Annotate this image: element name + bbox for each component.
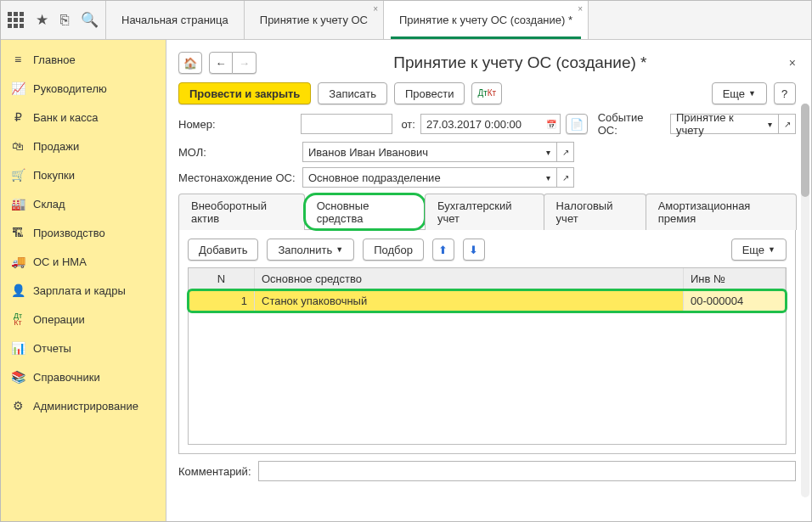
panel-toolbar: Добавить Заполнить ▼ Подбор ⬆ ⬇ Еще ▼ <box>188 239 787 261</box>
panel-more-button[interactable]: Еще ▼ <box>731 239 787 261</box>
calendar-icon[interactable]: 📅 <box>544 114 561 134</box>
sidebar-item-main[interactable]: ≡Главное <box>1 45 166 74</box>
sidebar-label: Главное <box>33 53 76 66</box>
chevron-down-icon[interactable]: ▾ <box>540 142 557 162</box>
arrow-up-icon: ⬆ <box>438 244 448 256</box>
mol-label: МОЛ: <box>178 146 297 159</box>
warehouse-icon: 🏭 <box>11 197 25 210</box>
sidebar-label: Руководителю <box>33 82 107 95</box>
help-button[interactable]: ? <box>774 82 796 104</box>
favorite-icon[interactable]: ★ <box>36 11 48 29</box>
sidebar-item-operations[interactable]: ДтКтОперации <box>1 305 166 334</box>
move-up-button[interactable]: ⬆ <box>432 239 454 261</box>
truck-icon: 🚚 <box>11 255 25 268</box>
more-button[interactable]: Еще ▼ <box>712 82 767 104</box>
cart-icon: 🛒 <box>11 168 25 182</box>
forward-button[interactable]: → <box>233 52 257 74</box>
event-input[interactable]: Принятие к учету <box>670 114 762 134</box>
back-button[interactable]: ← <box>209 52 233 74</box>
comment-input[interactable] <box>258 461 797 481</box>
sidebar-item-catalogs[interactable]: 📚Справочники <box>1 362 166 391</box>
sidebar-item-production[interactable]: 🏗Производство <box>1 218 166 247</box>
chevron-down-icon[interactable]: ▾ <box>762 114 779 134</box>
sidebar-item-manager[interactable]: 📈Руководителю <box>1 74 166 103</box>
clipboard-icon[interactable]: ⎘ <box>60 12 69 29</box>
tab-home[interactable]: Начальная страница <box>106 1 245 39</box>
sidebar-label: Отчеты <box>33 342 71 355</box>
from-label: от: <box>401 118 415 131</box>
dtkt-icon: ДтКт <box>11 312 25 326</box>
cell-n: 1 <box>189 290 255 312</box>
fill-button[interactable]: Заполнить ▼ <box>267 239 354 261</box>
close-icon[interactable]: × <box>789 56 796 70</box>
chevron-down-icon[interactable]: ▾ <box>540 167 557 188</box>
post-and-close-button[interactable]: Провести и закрыть <box>178 82 311 104</box>
draft-icon[interactable]: 📄 <box>566 114 588 134</box>
col-header-n[interactable]: N <box>189 268 255 289</box>
sidebar-label: Зарплата и кадры <box>33 284 126 297</box>
sidebar-label: Администрирование <box>33 400 138 413</box>
sidebar-label: Покупки <box>33 169 75 182</box>
tab-depreciation-premium[interactable]: Амортизационная премия <box>646 194 797 230</box>
scrollbar-thumb[interactable] <box>801 104 809 197</box>
sidebar-item-bank[interactable]: ₽Банк и касса <box>1 103 166 132</box>
bars-icon: 📊 <box>11 341 25 355</box>
add-button[interactable]: Добавить <box>188 239 258 261</box>
dtkt-button[interactable]: ДтКт <box>471 82 502 104</box>
sidebar-label: Справочники <box>33 371 100 384</box>
post-button[interactable]: Провести <box>394 82 465 104</box>
fixed-assets-panel: Добавить Заполнить ▼ Подбор ⬆ ⬇ Еще ▼ N … <box>178 230 796 454</box>
scrollbar[interactable] <box>801 104 809 497</box>
tab-bar: Начальная страница Принятие к учету ОС ×… <box>106 1 589 39</box>
tab-accounting[interactable]: Бухгалтерский учет <box>425 194 544 230</box>
sidebar-label: Склад <box>33 198 65 210</box>
open-icon[interactable]: ↗ <box>557 142 574 162</box>
tab-accept-os-create[interactable]: Принятие к учету ОС (создание) * × <box>384 1 589 39</box>
number-input[interactable] <box>301 114 393 134</box>
sidebar-item-warehouse[interactable]: 🏭Склад <box>1 189 166 218</box>
write-button[interactable]: Записать <box>318 82 387 104</box>
col-header-inv[interactable]: Инв № <box>684 268 786 289</box>
sidebar-label: Операции <box>33 313 85 326</box>
location-input[interactable]: Основное подразделение <box>302 167 540 188</box>
date-input[interactable]: 27.03.2017 0:00:00 <box>420 114 544 134</box>
fill-label: Заполнить <box>278 244 332 256</box>
comment-row: Комментарий: <box>178 461 796 481</box>
open-icon[interactable]: ↗ <box>779 114 796 134</box>
location-label: Местонахождение ОС: <box>178 171 297 184</box>
doc-tabs: Внеоборотный актив Основные средства Бух… <box>178 193 796 230</box>
tab-accept-os[interactable]: Принятие к учету ОС × <box>245 1 384 39</box>
search-icon[interactable]: 🔍 <box>81 11 99 29</box>
move-down-button[interactable]: ⬇ <box>463 239 485 261</box>
tab-fixed-assets[interactable]: Основные средства <box>304 194 426 230</box>
more-label: Еще <box>742 244 764 256</box>
gear-icon: ⚙ <box>11 399 25 413</box>
sidebar-item-hr[interactable]: 👤Зарплата и кадры <box>1 276 166 305</box>
col-header-name[interactable]: Основное средство <box>255 268 684 289</box>
sidebar-item-purchases[interactable]: 🛒Покупки <box>1 160 166 189</box>
close-icon[interactable]: × <box>373 4 378 14</box>
tab-label: Начальная страница <box>121 14 228 26</box>
table-row[interactable]: 1 Станок упаковочный 00-000004 <box>189 290 786 312</box>
chart-icon: 📈 <box>11 81 25 95</box>
open-icon[interactable]: ↗ <box>557 167 574 188</box>
action-toolbar: Провести и закрыть Записать Провести ДтК… <box>178 82 796 104</box>
sidebar-item-admin[interactable]: ⚙Администрирование <box>1 391 166 420</box>
cell-inv: 00-000004 <box>684 290 786 312</box>
sidebar-item-reports[interactable]: 📊Отчеты <box>1 334 166 362</box>
pick-button[interactable]: Подбор <box>363 239 424 261</box>
page-header: 🏠 ← → Принятие к учету ОС (создание) * × <box>178 52 796 74</box>
apps-icon[interactable] <box>8 12 24 28</box>
sidebar-item-os-nma[interactable]: 🚚ОС и НМА <box>1 247 166 276</box>
arrow-down-icon: ⬇ <box>469 244 478 256</box>
comment-label: Комментарий: <box>178 465 251 478</box>
tab-noncurrent-asset[interactable]: Внеоборотный актив <box>178 194 305 230</box>
active-tab-indicator <box>391 36 581 39</box>
mol-input[interactable]: Иванов Иван Иванович <box>302 142 540 162</box>
close-icon[interactable]: × <box>578 4 583 14</box>
home-button[interactable]: 🏠 <box>178 52 202 74</box>
row-mol: МОЛ: Иванов Иван Иванович ▾ ↗ <box>178 142 796 162</box>
tab-tax[interactable]: Налоговый учет <box>544 194 646 230</box>
sidebar-item-sales[interactable]: 🛍Продажи <box>1 132 166 160</box>
chevron-down-icon: ▼ <box>748 89 756 98</box>
